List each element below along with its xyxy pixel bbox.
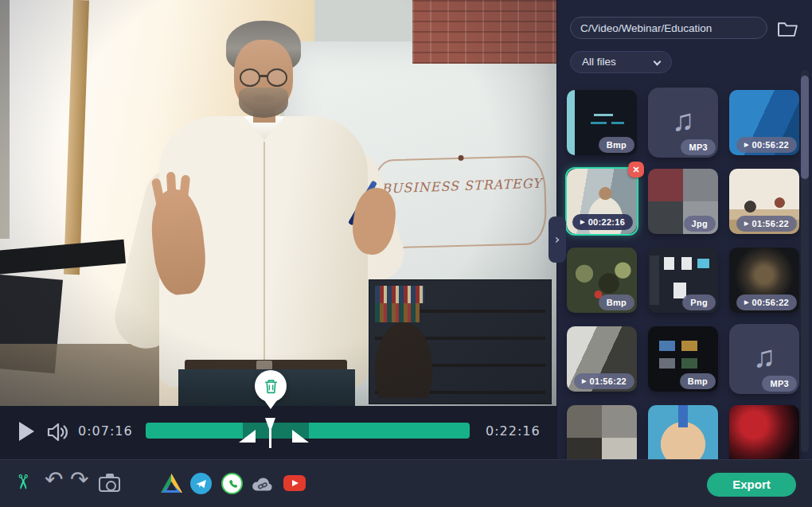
remove-file-button[interactable]: ✕	[628, 162, 644, 177]
scissors-icon: ✂	[12, 474, 34, 490]
trash-icon	[264, 379, 278, 394]
share-google-drive-button[interactable]	[161, 474, 182, 493]
share-youtube-button[interactable]	[283, 475, 306, 491]
file-filter-label: All files	[582, 56, 616, 68]
whatsapp-icon	[226, 478, 239, 490]
duration-badge: ▶00:56:22	[736, 137, 797, 153]
file-type-badge: Bmp	[599, 137, 634, 153]
current-time: 0:07:16	[78, 423, 133, 439]
music-note-icon: ♫	[672, 103, 695, 138]
duration-badge: ▶01:56:22	[736, 216, 797, 232]
media-tile[interactable]	[729, 405, 799, 459]
scrollbar-thumb[interactable]	[801, 76, 809, 179]
play-icon: ▶	[744, 216, 749, 232]
media-tile[interactable]: ♫ MP3	[648, 88, 718, 158]
media-tile[interactable]: Bmp	[648, 326, 718, 392]
file-type-badge: MP3	[762, 376, 797, 392]
share-whatsapp-button[interactable]	[221, 473, 243, 494]
media-tile[interactable]: Bmp	[567, 90, 637, 155]
media-tile-selected[interactable]: ✕ ▶00:22:16	[565, 167, 638, 236]
file-type-badge: Png	[682, 294, 716, 310]
media-tile[interactable]: Jpg	[648, 169, 718, 234]
cut-button[interactable]: ✂	[11, 474, 34, 490]
redo-icon: ↷	[70, 467, 88, 492]
share-link-button[interactable]	[250, 474, 275, 493]
file-type-badge: Bmp	[680, 373, 716, 389]
share-telegram-button[interactable]	[190, 473, 212, 494]
export-button[interactable]: Export	[707, 473, 796, 497]
tile-thumbnail	[567, 405, 637, 459]
media-tile[interactable]: Bmp	[567, 248, 637, 313]
media-tile[interactable]	[567, 405, 637, 459]
video-preview: BUSINESS STRATEGY	[0, 0, 557, 406]
bottom-toolbar: ✂ ↶ ↷ Export	[0, 459, 812, 507]
browse-folder-button[interactable]	[777, 19, 798, 37]
media-tile[interactable]: Png	[648, 248, 718, 313]
panel-collapse-handle[interactable]: ›	[548, 216, 566, 263]
playhead[interactable]	[269, 421, 271, 448]
duration-badge: ▶00:22:16	[572, 214, 633, 230]
chevron-right-icon: ›	[555, 232, 560, 247]
tile-thumbnail	[648, 405, 718, 459]
media-tile[interactable]: ▶01:56:22	[729, 169, 799, 234]
folder-icon	[779, 23, 797, 36]
delete-segment-marker[interactable]	[255, 370, 287, 402]
volume-button[interactable]	[45, 421, 69, 443]
undo-icon: ↶	[45, 467, 63, 492]
telegram-icon	[194, 478, 208, 490]
play-icon: ▶	[582, 373, 587, 389]
play-icon: ▶	[744, 137, 749, 153]
media-tile[interactable]: ▶00:56:22	[729, 248, 799, 313]
media-library-panel: All files Bmp ♫ MP3 ▶00:56:22 ✕ ▶00:22:1…	[557, 0, 812, 459]
snapshot-button[interactable]	[99, 477, 120, 492]
redo-button[interactable]: ↷	[70, 466, 88, 493]
file-filter-dropdown[interactable]: All files	[570, 51, 672, 73]
duration-badge: ▶00:56:22	[736, 294, 797, 310]
media-tile[interactable]: ♫ MP3	[729, 324, 799, 394]
seek-bar[interactable]	[146, 423, 470, 439]
transport-bar: 0:07:16 0:22:16	[0, 406, 557, 459]
total-time: 0:22:16	[486, 423, 541, 439]
file-type-badge: Bmp	[599, 294, 634, 310]
chevron-down-icon	[654, 58, 662, 66]
file-type-badge: MP3	[681, 139, 716, 155]
close-icon: ✕	[632, 165, 639, 174]
media-tile[interactable]: ▶00:56:22	[729, 90, 799, 155]
media-tile[interactable]	[648, 405, 718, 459]
path-input[interactable]	[570, 17, 767, 39]
play-button[interactable]	[19, 422, 34, 441]
play-icon: ▶	[580, 214, 585, 230]
tile-thumbnail	[729, 405, 799, 459]
undo-button[interactable]: ↶	[45, 466, 63, 493]
media-tile[interactable]: ▶01:56:22	[567, 326, 637, 392]
duration-badge: ▶01:56:22	[574, 373, 634, 389]
play-icon: ▶	[744, 294, 749, 310]
music-note-icon: ♫	[753, 340, 776, 374]
file-type-badge: Jpg	[684, 216, 716, 232]
vignette-overlay	[0, 0, 557, 406]
